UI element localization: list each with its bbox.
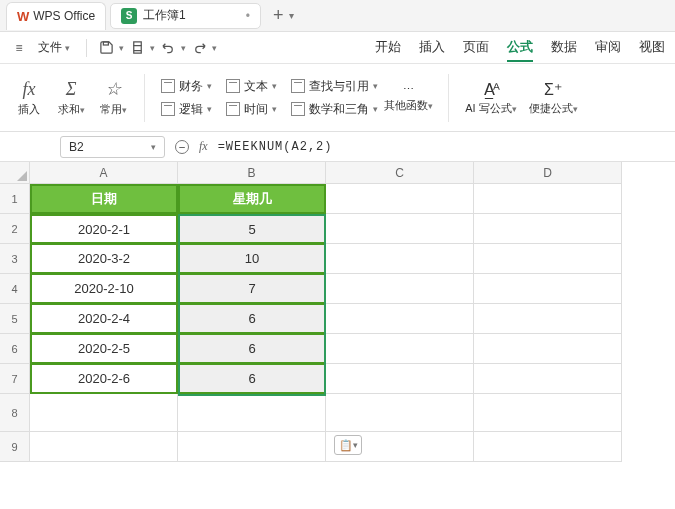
cell[interactable] [474, 244, 622, 274]
text-button[interactable]: 文本▾ [226, 78, 277, 95]
row-header[interactable]: 6 [0, 334, 30, 364]
row-header[interactable]: 8 [0, 394, 30, 432]
menu-icon[interactable]: ≡ [10, 39, 28, 57]
paste-options-button[interactable]: 📋▾ [334, 435, 362, 455]
cell[interactable] [474, 364, 622, 394]
tab-page[interactable]: 页面 [463, 34, 489, 62]
cell[interactable]: 6 [178, 304, 326, 334]
cell-c1[interactable] [326, 184, 474, 214]
app-name: WPS Office [33, 9, 95, 23]
tab-review[interactable]: 审阅 [595, 34, 621, 62]
fx-icon[interactable]: fx [199, 139, 208, 154]
cell[interactable] [474, 334, 622, 364]
cell[interactable] [326, 244, 474, 274]
cell[interactable] [326, 274, 474, 304]
lookup-button[interactable]: 查找与引用▾ [291, 78, 378, 95]
redo-icon[interactable] [190, 39, 208, 57]
cell[interactable]: 2020-2-10 [30, 274, 178, 304]
row-header[interactable]: 7 [0, 364, 30, 394]
file-menu[interactable]: 文件 ▾ [32, 37, 76, 58]
sum-button[interactable]: Σ 求和▾ [50, 70, 92, 126]
insert-function-button[interactable]: fx 插入 [8, 70, 50, 126]
cell[interactable] [474, 274, 622, 304]
common-button[interactable]: ☆ 常用▾ [92, 70, 134, 126]
datetime-label: 时间 [244, 101, 268, 118]
cell[interactable] [474, 214, 622, 244]
cell[interactable]: 7 [178, 274, 326, 304]
new-tab-dropdown[interactable]: ▾ [289, 10, 294, 21]
cell[interactable]: 2020-3-2 [30, 244, 178, 274]
app-tab-wps[interactable]: W WPS Office [6, 2, 106, 30]
col-header-b[interactable]: B [178, 162, 326, 184]
cell[interactable] [326, 364, 474, 394]
cell[interactable] [30, 432, 178, 462]
cell[interactable]: 6 [178, 334, 326, 364]
cell[interactable] [326, 304, 474, 334]
tab-insert[interactable]: 插入 [419, 34, 445, 62]
print-icon[interactable] [128, 39, 146, 57]
save-icon[interactable] [97, 39, 115, 57]
new-tab-button[interactable]: + [273, 5, 284, 26]
ribbon-tabs: 开始 插入 页面 公式 数据 审阅 视图 [375, 34, 665, 62]
cell[interactable] [326, 214, 474, 244]
math-label: 数学和三角 [309, 101, 369, 118]
logic-button[interactable]: 逻辑▾ [161, 101, 212, 118]
cell[interactable]: 2020-2-6 [30, 364, 178, 394]
cell[interactable]: 5 [178, 214, 326, 244]
titlebar: W WPS Office S 工作簿1 • + ▾ [0, 0, 675, 32]
ai-formula-button[interactable]: A̲ᴬ AI 写公式▾ [459, 70, 523, 126]
other-functions-button[interactable]: ⋯ 其他函数▾ [378, 70, 438, 126]
row-header[interactable]: 5 [0, 304, 30, 334]
undo-icon[interactable] [159, 39, 177, 57]
category-icon [161, 102, 175, 116]
row-header[interactable]: 4 [0, 274, 30, 304]
cell[interactable] [30, 394, 178, 432]
cell[interactable] [474, 304, 622, 334]
row-header[interactable]: 1 [0, 184, 30, 214]
row-header[interactable]: 3 [0, 244, 30, 274]
cell[interactable] [326, 394, 474, 432]
category-icon [226, 79, 240, 93]
cell[interactable]: 6 [178, 364, 326, 394]
tab-view[interactable]: 视图 [639, 34, 665, 62]
save-dropdown[interactable]: ▾ [119, 43, 124, 53]
cell[interactable] [178, 394, 326, 432]
cell-d1[interactable] [474, 184, 622, 214]
datetime-button[interactable]: 时间▾ [226, 101, 277, 118]
cell-b1[interactable]: 星期几 [178, 184, 326, 214]
col-header-c[interactable]: C [326, 162, 474, 184]
undo-dropdown[interactable]: ▾ [181, 43, 186, 53]
cancel-icon[interactable]: – [175, 140, 189, 154]
math-button[interactable]: 数学和三角▾ [291, 101, 378, 118]
row-header[interactable]: 9 [0, 432, 30, 462]
cell-a1[interactable]: 日期 [30, 184, 178, 214]
cell[interactable]: 2020-2-4 [30, 304, 178, 334]
document-tab[interactable]: S 工作簿1 • [110, 3, 261, 29]
sigma-plus-icon: Σ⁺ [544, 80, 562, 99]
redo-dropdown[interactable]: ▾ [212, 43, 217, 53]
print-dropdown[interactable]: ▾ [150, 43, 155, 53]
tab-formula[interactable]: 公式 [507, 34, 533, 62]
tab-start[interactable]: 开始 [375, 34, 401, 62]
cell[interactable]: 2020-2-5 [30, 334, 178, 364]
file-label: 文件 [38, 39, 62, 56]
tab-data[interactable]: 数据 [551, 34, 577, 62]
row-header[interactable]: 2 [0, 214, 30, 244]
finance-button[interactable]: 财务▾ [161, 78, 212, 95]
select-all-corner[interactable] [0, 162, 30, 184]
col-header-a[interactable]: A [30, 162, 178, 184]
cell[interactable]: 10 [178, 244, 326, 274]
cell[interactable] [474, 394, 622, 432]
clipboard-icon: 📋 [339, 439, 353, 452]
ai-icon: A̲ᴬ [484, 80, 498, 99]
quick-formula-button[interactable]: Σ⁺ 便捷公式▾ [523, 70, 583, 126]
cell[interactable] [474, 432, 622, 462]
name-box[interactable]: B2 ▾ [60, 136, 165, 158]
formula-input[interactable]: =WEEKNUM(A2,2) [218, 140, 333, 154]
col-header-d[interactable]: D [474, 162, 622, 184]
star-icon: ☆ [105, 78, 121, 100]
cell[interactable]: 2020-2-1 [30, 214, 178, 244]
divider [86, 39, 87, 57]
cell[interactable] [178, 432, 326, 462]
cell[interactable] [326, 334, 474, 364]
